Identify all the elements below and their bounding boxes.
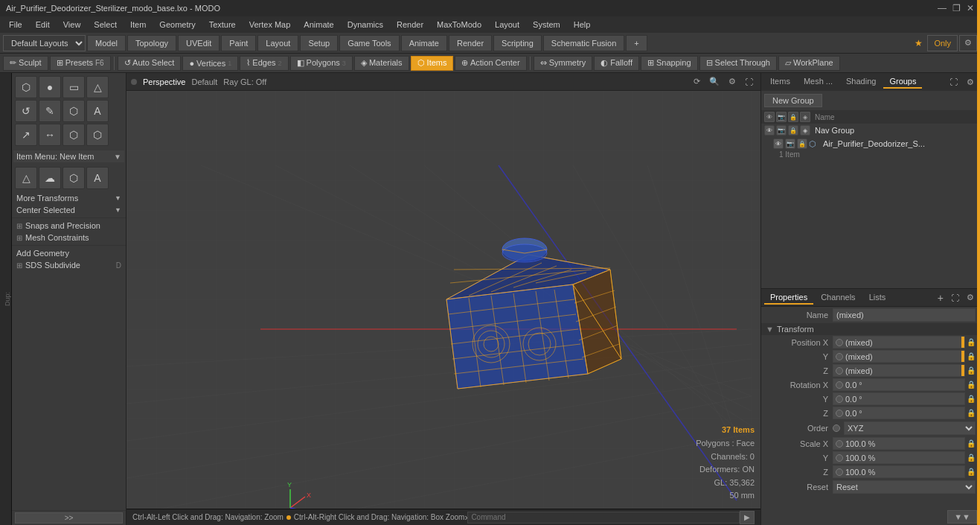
position-z-lock[interactable]: 🔒 [967,366,976,375]
command-go-button[interactable]: ▶ [740,511,755,524]
menu-item-select[interactable]: Select [88,19,123,31]
menu-item-render[interactable]: Render [391,19,429,31]
tab-mesh[interactable]: Mesh ... [798,75,839,89]
item-menu-row[interactable]: Item Menu: New Item ▼ [13,150,124,162]
nav-group-row[interactable]: 👁 📷 🔒 ◈ Nav Group [761,124,980,137]
menu-item-animate[interactable]: Animate [298,19,339,31]
viewport-expand-btn[interactable]: ⛶ [742,77,756,86]
render-mode-button[interactable]: Render [449,35,492,51]
polygons-button[interactable]: ◧ Polygons 3 [290,56,353,71]
menu-item-texture[interactable]: Texture [203,19,242,31]
menu-item-file[interactable]: File [3,19,28,31]
center-selected-item[interactable]: Center Selected ▼ [12,204,126,216]
viewport-zoom-btn[interactable]: 🔍 [706,77,723,86]
tool-btn-6[interactable]: ✎ [39,100,61,122]
eye-icon[interactable]: 👁 [764,112,775,122]
sculpt-button[interactable]: ✏ Sculpt [3,56,48,71]
topology-mode-button[interactable]: Topology [127,35,176,51]
schematic-mode-button[interactable]: Schematic Fusion [543,35,624,51]
scale-x-lock[interactable]: 🔒 [967,439,976,448]
snaps-precision-item[interactable]: ⊞ Snaps and Precision [12,220,126,232]
add-tab-button[interactable]: + [935,292,947,304]
more-button[interactable]: >> [15,512,123,524]
layout-mode-button[interactable]: Layout [257,35,298,51]
menu-item-maxtomodo[interactable]: MaxToModo [431,19,487,31]
reset-select[interactable]: Reset [833,480,976,494]
tab-lists[interactable]: Lists [863,291,892,305]
item-vis-2[interactable]: 📷 [785,139,795,149]
scale-z-lock[interactable]: 🔒 [967,468,976,476]
tool-btn-9[interactable]: ↗ [15,124,37,146]
vis-render[interactable]: 📷 [776,125,787,136]
geo-icon[interactable]: ◈ [800,112,810,122]
order-select[interactable]: XYZ [844,421,976,435]
auto-select-button[interactable]: ↺ Auto Select [118,56,182,71]
right-panel-resize-handle[interactable] [977,0,980,525]
position-x-field[interactable]: (mixed) [833,336,965,349]
viewport-perspective-label[interactable]: Perspective [143,77,185,86]
vis-lock[interactable]: 🔒 [788,125,798,136]
tab-groups[interactable]: Groups [883,75,922,89]
materials-button[interactable]: ◈ Materials [354,56,409,71]
position-x-lock[interactable]: 🔒 [967,338,976,346]
symmetry-button[interactable]: ⇔ Symmetry [534,56,593,71]
paint-mode-button[interactable]: Paint [221,35,256,51]
tool-btn-16[interactable]: A [86,167,109,189]
expand-panel-btn[interactable]: ⛶ [948,293,962,302]
viewport-default-label[interactable]: Default [191,77,217,86]
menu-item-dynamics[interactable]: Dynamics [342,19,389,31]
rotation-z-field[interactable]: 0.0 ° [833,407,965,419]
menu-item-geometry[interactable]: Geometry [153,19,201,31]
tool-btn-3[interactable]: ▭ [63,76,85,98]
edges-button[interactable]: ⌇ Edges 2 [240,56,288,71]
tool-btn-1[interactable]: ⬡ [15,76,37,98]
maximize-button[interactable]: ❐ [952,3,961,13]
menu-item-vertex map[interactable]: Vertex Map [243,19,297,31]
gametools-mode-button[interactable]: Game Tools [339,35,400,51]
menu-item-system[interactable]: System [527,19,566,31]
rotation-x-lock[interactable]: 🔒 [967,381,976,389]
rotation-y-lock[interactable]: 🔒 [967,395,976,403]
tool-btn-11[interactable]: ⬡ [63,124,85,146]
falloff-button[interactable]: ◐ Falloff [594,56,639,71]
uvedit-mode-button[interactable]: UVEdit [178,35,220,51]
tool-btn-4[interactable]: △ [86,76,109,98]
command-input[interactable] [467,512,740,524]
menu-item-help[interactable]: Help [568,19,597,31]
tool-btn-2[interactable]: ● [39,76,61,98]
tool-btn-10[interactable]: ↔ [39,124,61,146]
vis-geo[interactable]: ◈ [800,125,810,136]
items-button[interactable]: ⬡ Items [411,56,454,71]
setup-mode-button[interactable]: Setup [300,35,338,51]
tool-btn-12[interactable]: ⬡ [86,124,109,146]
action-center-button[interactable]: ⊕ Action Center [455,56,526,71]
render-icon[interactable]: 📷 [776,112,787,122]
tool-btn-15[interactable]: ⬡ [63,167,85,189]
tab-items[interactable]: Items [764,75,796,89]
snapping-button[interactable]: ⊞ Snapping [641,56,698,71]
vertices-button[interactable]: ● Vertices 1 [182,56,238,71]
expand-icon-btn[interactable]: ⛶ [947,77,961,88]
rotation-y-field[interactable]: 0.0 ° [833,392,965,405]
item-air-purifier-row[interactable]: 👁 📷 🔒 ⬡ Air_Purifier_Deodorizer_S... [761,137,980,150]
settings-gear-button[interactable]: ⚙ [959,35,977,51]
sds-subdivide-item[interactable]: ⊞ SDS Subdivide D [12,259,126,271]
tab-channels[interactable]: Channels [815,291,861,305]
scale-y-field[interactable]: 100.0 % [833,451,965,464]
position-y-field[interactable]: (mixed) [833,350,965,363]
close-button[interactable]: ✕ [967,3,974,13]
scripting-mode-button[interactable]: Scripting [493,35,542,51]
model-mode-button[interactable]: Model [87,35,126,51]
viewport-settings-btn[interactable]: ⚙ [726,77,739,86]
menu-item-item[interactable]: Item [124,19,152,31]
mesh-constraints-item[interactable]: ⊞ Mesh Constraints [12,232,126,244]
menu-item-layout[interactable]: Layout [489,19,525,31]
menu-item-view[interactable]: View [57,19,87,31]
name-prop-value[interactable]: (mixed) [833,308,976,322]
vis-eye[interactable]: 👁 [764,125,775,136]
workplane-button[interactable]: ▱ WorkPlane [778,56,840,71]
tool-btn-7[interactable]: ⬡ [63,100,85,122]
position-y-lock[interactable]: 🔒 [967,352,976,360]
scroll-down-button[interactable]: ▼▼ [947,510,977,524]
add-geometry-item[interactable]: Add Geometry [12,247,126,259]
